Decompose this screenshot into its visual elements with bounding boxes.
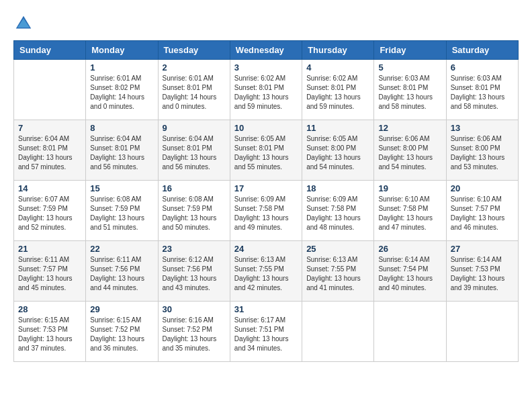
day-cell: 28Sunrise: 6:15 AM Sunset: 7:53 PM Dayli… bbox=[14, 302, 86, 362]
day-cell: 27Sunrise: 6:14 AM Sunset: 7:53 PM Dayli… bbox=[446, 241, 518, 302]
day-info: Sunrise: 6:14 AM Sunset: 7:54 PM Dayligh… bbox=[378, 255, 441, 293]
day-info: Sunrise: 6:13 AM Sunset: 7:55 PM Dayligh… bbox=[306, 255, 369, 293]
day-number: 4 bbox=[306, 62, 369, 73]
day-info: Sunrise: 6:14 AM Sunset: 7:53 PM Dayligh… bbox=[451, 255, 514, 293]
day-cell: 1Sunrise: 6:01 AM Sunset: 8:02 PM Daylig… bbox=[86, 60, 158, 120]
day-info: Sunrise: 6:08 AM Sunset: 7:59 PM Dayligh… bbox=[90, 195, 153, 232]
week-row-4: 21Sunrise: 6:11 AM Sunset: 7:57 PM Dayli… bbox=[14, 241, 519, 302]
day-number: 14 bbox=[18, 183, 81, 193]
day-info: Sunrise: 6:01 AM Sunset: 8:01 PM Dayligh… bbox=[163, 74, 226, 111]
day-info: Sunrise: 6:08 AM Sunset: 7:59 PM Dayligh… bbox=[163, 195, 226, 232]
day-info: Sunrise: 6:10 AM Sunset: 7:57 PM Dayligh… bbox=[451, 195, 514, 232]
day-cell bbox=[374, 302, 446, 362]
day-info: Sunrise: 6:03 AM Sunset: 8:01 PM Dayligh… bbox=[378, 74, 441, 111]
weekday-header-thursday: Thursday bbox=[302, 41, 374, 60]
day-number: 19 bbox=[378, 183, 441, 193]
day-number: 11 bbox=[306, 123, 369, 133]
day-cell: 20Sunrise: 6:10 AM Sunset: 7:57 PM Dayli… bbox=[446, 181, 518, 241]
day-number: 1 bbox=[90, 62, 153, 73]
day-info: Sunrise: 6:02 AM Sunset: 8:01 PM Dayligh… bbox=[306, 74, 369, 111]
day-number: 12 bbox=[378, 123, 441, 133]
day-number: 2 bbox=[163, 62, 226, 73]
day-number: 24 bbox=[234, 244, 298, 254]
day-cell: 31Sunrise: 6:17 AM Sunset: 7:51 PM Dayli… bbox=[230, 302, 302, 362]
day-number: 28 bbox=[18, 304, 81, 314]
day-number: 27 bbox=[451, 244, 514, 254]
day-number: 7 bbox=[18, 123, 81, 133]
day-number: 29 bbox=[90, 304, 153, 314]
day-cell: 19Sunrise: 6:10 AM Sunset: 7:58 PM Dayli… bbox=[374, 181, 446, 241]
day-cell: 12Sunrise: 6:06 AM Sunset: 8:00 PM Dayli… bbox=[374, 120, 446, 181]
week-row-1: 1Sunrise: 6:01 AM Sunset: 8:02 PM Daylig… bbox=[14, 60, 519, 120]
calendar-header: SundayMondayTuesdayWednesdayThursdayFrid… bbox=[14, 41, 519, 60]
day-cell: 9Sunrise: 6:04 AM Sunset: 8:01 PM Daylig… bbox=[158, 120, 230, 181]
weekday-header-saturday: Saturday bbox=[446, 41, 518, 60]
day-info: Sunrise: 6:05 AM Sunset: 8:00 PM Dayligh… bbox=[306, 134, 369, 172]
day-info: Sunrise: 6:09 AM Sunset: 7:58 PM Dayligh… bbox=[234, 195, 298, 232]
day-number: 21 bbox=[18, 244, 81, 254]
day-info: Sunrise: 6:06 AM Sunset: 8:00 PM Dayligh… bbox=[378, 134, 441, 172]
weekday-header-monday: Monday bbox=[86, 41, 158, 60]
day-info: Sunrise: 6:10 AM Sunset: 7:58 PM Dayligh… bbox=[378, 195, 441, 232]
day-info: Sunrise: 6:15 AM Sunset: 7:53 PM Dayligh… bbox=[18, 316, 81, 353]
day-number: 22 bbox=[90, 244, 153, 254]
day-info: Sunrise: 6:13 AM Sunset: 7:55 PM Dayligh… bbox=[234, 255, 298, 293]
day-number: 17 bbox=[234, 183, 298, 193]
day-info: Sunrise: 6:03 AM Sunset: 8:01 PM Dayligh… bbox=[451, 74, 514, 111]
day-info: Sunrise: 6:06 AM Sunset: 8:00 PM Dayligh… bbox=[451, 134, 514, 172]
day-number: 8 bbox=[90, 123, 153, 133]
day-number: 30 bbox=[163, 304, 226, 314]
day-number: 16 bbox=[163, 183, 226, 193]
day-number: 15 bbox=[90, 183, 153, 193]
weekday-header-wednesday: Wednesday bbox=[230, 41, 302, 60]
day-number: 5 bbox=[378, 62, 441, 73]
day-number: 6 bbox=[451, 62, 514, 73]
day-info: Sunrise: 6:17 AM Sunset: 7:51 PM Dayligh… bbox=[234, 316, 298, 353]
day-number: 18 bbox=[306, 183, 369, 193]
day-cell bbox=[446, 302, 518, 362]
day-cell: 11Sunrise: 6:05 AM Sunset: 8:00 PM Dayli… bbox=[302, 120, 374, 181]
day-cell bbox=[14, 60, 86, 120]
day-cell: 16Sunrise: 6:08 AM Sunset: 7:59 PM Dayli… bbox=[158, 181, 230, 241]
week-row-2: 7Sunrise: 6:04 AM Sunset: 8:01 PM Daylig… bbox=[14, 120, 519, 181]
day-number: 26 bbox=[378, 244, 441, 254]
day-cell: 3Sunrise: 6:02 AM Sunset: 8:01 PM Daylig… bbox=[230, 60, 302, 120]
day-number: 13 bbox=[451, 123, 514, 133]
day-info: Sunrise: 6:12 AM Sunset: 7:56 PM Dayligh… bbox=[163, 255, 226, 293]
day-info: Sunrise: 6:01 AM Sunset: 8:02 PM Dayligh… bbox=[90, 74, 153, 111]
day-cell: 6Sunrise: 6:03 AM Sunset: 8:01 PM Daylig… bbox=[446, 60, 518, 120]
day-info: Sunrise: 6:05 AM Sunset: 8:01 PM Dayligh… bbox=[234, 134, 298, 172]
week-row-3: 14Sunrise: 6:07 AM Sunset: 7:59 PM Dayli… bbox=[14, 181, 519, 241]
day-info: Sunrise: 6:11 AM Sunset: 7:56 PM Dayligh… bbox=[90, 255, 153, 293]
day-info: Sunrise: 6:16 AM Sunset: 7:52 PM Dayligh… bbox=[163, 316, 226, 353]
weekday-header-tuesday: Tuesday bbox=[158, 41, 230, 60]
day-cell: 24Sunrise: 6:13 AM Sunset: 7:55 PM Dayli… bbox=[230, 241, 302, 302]
day-number: 10 bbox=[234, 123, 298, 133]
day-cell: 8Sunrise: 6:04 AM Sunset: 8:01 PM Daylig… bbox=[86, 120, 158, 181]
day-info: Sunrise: 6:09 AM Sunset: 7:58 PM Dayligh… bbox=[306, 195, 369, 232]
day-number: 9 bbox=[163, 123, 226, 133]
day-cell: 17Sunrise: 6:09 AM Sunset: 7:58 PM Dayli… bbox=[230, 181, 302, 241]
week-row-5: 28Sunrise: 6:15 AM Sunset: 7:53 PM Dayli… bbox=[14, 302, 519, 362]
logo-icon bbox=[13, 13, 34, 34]
page-header bbox=[13, 13, 519, 34]
day-number: 25 bbox=[306, 244, 369, 254]
day-cell: 14Sunrise: 6:07 AM Sunset: 7:59 PM Dayli… bbox=[14, 181, 86, 241]
day-number: 31 bbox=[234, 304, 298, 314]
day-cell: 15Sunrise: 6:08 AM Sunset: 7:59 PM Dayli… bbox=[86, 181, 158, 241]
day-cell: 7Sunrise: 6:04 AM Sunset: 8:01 PM Daylig… bbox=[14, 120, 86, 181]
calendar-table: SundayMondayTuesdayWednesdayThursdayFrid… bbox=[13, 40, 519, 362]
day-cell bbox=[302, 302, 374, 362]
day-cell: 22Sunrise: 6:11 AM Sunset: 7:56 PM Dayli… bbox=[86, 241, 158, 302]
weekday-header-sunday: Sunday bbox=[14, 41, 86, 60]
logo bbox=[13, 13, 36, 34]
day-cell: 23Sunrise: 6:12 AM Sunset: 7:56 PM Dayli… bbox=[158, 241, 230, 302]
day-info: Sunrise: 6:04 AM Sunset: 8:01 PM Dayligh… bbox=[90, 134, 153, 172]
calendar-body: 1Sunrise: 6:01 AM Sunset: 8:02 PM Daylig… bbox=[14, 60, 519, 362]
day-cell: 10Sunrise: 6:05 AM Sunset: 8:01 PM Dayli… bbox=[230, 120, 302, 181]
day-number: 3 bbox=[234, 62, 298, 73]
day-cell: 30Sunrise: 6:16 AM Sunset: 7:52 PM Dayli… bbox=[158, 302, 230, 362]
day-cell: 5Sunrise: 6:03 AM Sunset: 8:01 PM Daylig… bbox=[374, 60, 446, 120]
day-cell: 2Sunrise: 6:01 AM Sunset: 8:01 PM Daylig… bbox=[158, 60, 230, 120]
day-info: Sunrise: 6:15 AM Sunset: 7:52 PM Dayligh… bbox=[90, 316, 153, 353]
